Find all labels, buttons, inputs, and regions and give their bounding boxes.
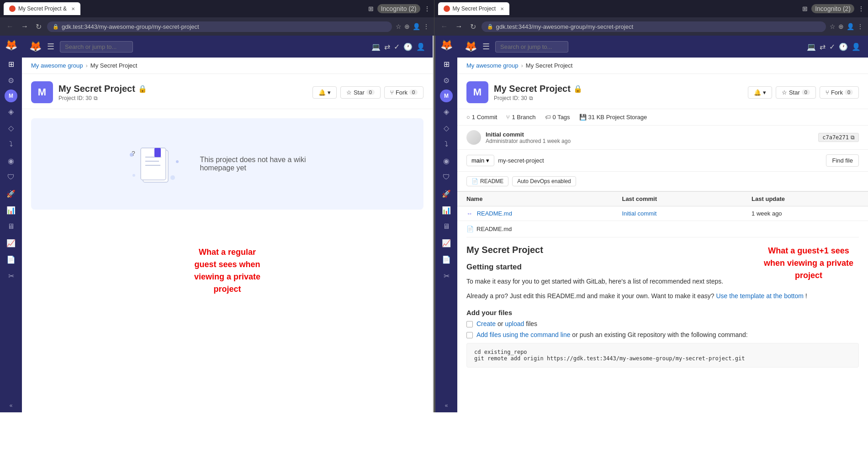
right-tab-close[interactable]: ✕ [500, 6, 504, 11]
left-sidebar-item-analytics[interactable]: 📈 [4, 236, 18, 250]
left-sidebar-item-infra[interactable]: 🖥 [4, 219, 18, 234]
left-sidebar-collapse[interactable]: « [10, 402, 13, 409]
right-breadcrumb-group[interactable]: My awesome group [466, 62, 518, 69]
right-gitlab-logo[interactable]: 🦊 [440, 39, 453, 51]
left-copy-id-icon[interactable]: ⧉ [94, 95, 98, 101]
left-dots-icon[interactable]: ⋮ [423, 23, 429, 30]
left-reload-button[interactable]: ↻ [34, 21, 43, 32]
right-back-button[interactable]: ← [439, 21, 450, 32]
right-active-tab[interactable]: My Secret Project ✕ [438, 2, 510, 15]
right-file-commit-link[interactable]: Initial commit [622, 210, 656, 217]
left-top-bar-check-icon[interactable]: ✓ [394, 42, 400, 51]
left-extensions-icon[interactable]: ⊞ [368, 5, 374, 12]
right-sidebar-item-search[interactable]: ⚙ [439, 73, 454, 88]
left-top-bar-clock-icon[interactable]: 🕐 [403, 42, 413, 51]
left-top-bar-merge-icon[interactable]: ⇄ [384, 42, 390, 51]
left-sidebar-item-deploy[interactable]: 🚀 [4, 186, 18, 201]
right-sidebar-item-ci[interactable]: ◉ [439, 153, 454, 168]
left-breadcrumb-group[interactable]: My awesome group [31, 62, 83, 69]
right-copy-hash-icon[interactable]: ⧉ [851, 134, 855, 141]
left-sidebar-item-monitor[interactable]: 📊 [4, 203, 18, 217]
right-checkbox-create[interactable] [466, 321, 473, 327]
left-bookmark-icon[interactable]: ☆ [396, 23, 402, 30]
right-stat-branches[interactable]: ⑂ 1 Branch [506, 114, 535, 121]
right-sidebar-item-deploy[interactable]: 🚀 [439, 186, 454, 201]
left-top-bar-code-icon[interactable]: 💻 [371, 42, 381, 51]
left-active-tab[interactable]: My Secret Project & ✕ [4, 2, 80, 15]
right-readme-link[interactable]: Use the template at the bottom [716, 292, 804, 300]
left-puzzle-icon[interactable]: ⊕ [404, 23, 410, 30]
right-top-bar-menu[interactable]: ☰ [482, 42, 490, 52]
right-notify-button[interactable]: 🔔 ▾ [748, 86, 772, 99]
right-top-bar-code-icon[interactable]: 💻 [807, 42, 816, 51]
left-top-bar-user-icon[interactable]: 👤 [416, 42, 425, 51]
right-top-bar-check-icon[interactable]: ✓ [829, 42, 835, 51]
left-top-bar-menu[interactable]: ☰ [47, 42, 54, 52]
right-cmdline-link[interactable]: Add files using the command line [476, 331, 570, 338]
right-sidebar-collapse[interactable]: « [445, 402, 448, 409]
right-sidebar-item-infra[interactable]: 🖥 [439, 219, 454, 234]
left-top-bar-search[interactable] [60, 41, 133, 53]
left-back-button[interactable]: ← [5, 21, 16, 32]
right-sidebar-item-security[interactable]: 🛡 [439, 170, 454, 184]
right-forward-button[interactable]: → [454, 21, 465, 32]
left-sidebar-item-ci[interactable]: ◉ [4, 153, 18, 168]
left-address-bar[interactable]: 🔒 gdk.test:3443/my-awesome-group/my-secr… [47, 21, 392, 32]
right-branch-select[interactable]: main ▾ [466, 155, 494, 166]
right-profile-icon[interactable]: 👤 [847, 23, 854, 30]
right-badge-readme[interactable]: 📄 README [466, 176, 508, 186]
right-tab-label: My Secret Project [453, 5, 496, 12]
right-create-link[interactable]: Create [476, 320, 496, 327]
right-checkbox-cmdline[interactable] [466, 332, 473, 338]
right-dots-icon[interactable]: ⋮ [857, 23, 863, 30]
left-forward-button[interactable]: → [19, 21, 30, 32]
right-top-bar-merge-icon[interactable]: ⇄ [820, 42, 826, 51]
left-sidebar-item-security[interactable]: 🛡 [4, 170, 18, 184]
right-sidebar-item-home[interactable]: ⊞ [439, 57, 454, 71]
left-notify-button[interactable]: 🔔 ▾ [312, 86, 337, 99]
right-stat-commits[interactable]: ○ 1 Commit [466, 114, 497, 121]
right-sidebar-avatar[interactable]: M [440, 89, 453, 102]
right-menu-icon[interactable]: ⋮ [858, 5, 864, 12]
right-copy-id-icon[interactable]: ⧉ [529, 95, 533, 101]
right-puzzle-icon[interactable]: ⊕ [838, 23, 844, 30]
right-fork-button[interactable]: ⑂ Fork 0 [820, 86, 859, 99]
left-sidebar-item-search[interactable]: ⚙ [4, 73, 18, 88]
right-badge-devops[interactable]: Auto DevOps enabled [512, 176, 576, 186]
right-top-bar-clock-icon[interactable]: 🕐 [839, 42, 848, 51]
right-sidebar-item-wiki[interactable]: 📄 [439, 252, 454, 267]
right-stat-tags[interactable]: 🏷 0 Tags [545, 114, 570, 121]
right-top-bar-search[interactable] [495, 41, 568, 53]
right-find-file-button[interactable]: Find file [826, 154, 859, 167]
left-gitlab-logo[interactable]: 🦊 [5, 39, 17, 51]
left-fork-button[interactable]: ⑂ Fork 0 [384, 86, 423, 99]
right-sidebar-item-monitor[interactable]: 📊 [439, 203, 454, 217]
right-star-button[interactable]: ☆ Star 0 [776, 86, 816, 99]
left-sidebar-item-issues[interactable]: ◇ [4, 121, 18, 135]
left-sidebar-item-wiki[interactable]: 📄 [4, 252, 18, 267]
right-file-link[interactable]: README.md [477, 210, 512, 217]
right-extensions-icon[interactable]: ⊞ [802, 5, 808, 12]
right-commit-title[interactable]: Initial commit [486, 131, 571, 138]
left-sidebar-item-activity[interactable]: ◈ [4, 104, 18, 119]
left-profile-icon[interactable]: 👤 [413, 23, 420, 30]
right-sidebar-item-issues[interactable]: ◇ [439, 121, 454, 135]
left-star-button[interactable]: ☆ Star 0 [340, 86, 381, 99]
left-sidebar-item-home[interactable]: ⊞ [4, 57, 18, 71]
right-sidebar-item-snippets[interactable]: ✂ [439, 268, 454, 283]
left-sidebar-avatar[interactable]: M [5, 89, 17, 102]
left-sidebar-item-mr[interactable]: ⤵ [4, 137, 18, 152]
right-sidebar-item-activity[interactable]: ◈ [439, 104, 454, 119]
right-upload-link[interactable]: upload [505, 320, 524, 327]
left-menu-icon[interactable]: ⋮ [424, 5, 430, 12]
right-bookmark-icon[interactable]: ☆ [830, 23, 836, 30]
left-sidebar-item-snippets[interactable]: ✂ [4, 268, 18, 283]
left-tab-close[interactable]: ✕ [71, 6, 75, 11]
right-commit-hash[interactable]: c7a7e271 ⧉ [818, 133, 859, 142]
right-top-bar-user-icon[interactable]: 👤 [852, 42, 861, 51]
right-sidebar-item-analytics[interactable]: 📈 [439, 236, 454, 250]
right-address-bar[interactable]: 🔒 gdk.test:3443/my-awesome-group/my-secr… [482, 21, 826, 32]
right-readme-header: 📄 README.md [466, 221, 859, 237]
right-sidebar-item-mr[interactable]: ⤵ [439, 137, 454, 152]
right-reload-button[interactable]: ↻ [468, 21, 478, 32]
